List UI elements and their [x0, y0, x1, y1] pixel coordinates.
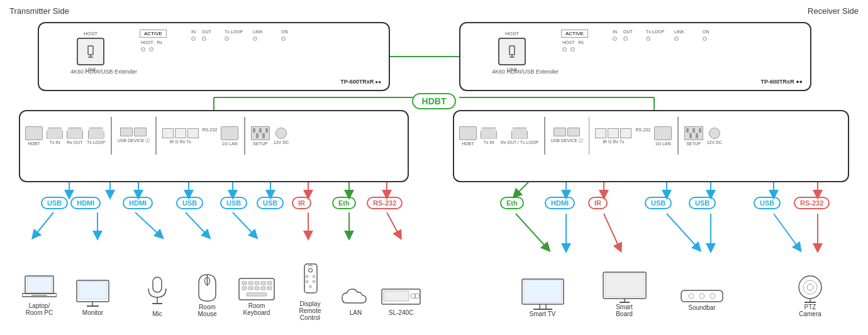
- tx-on-label: ON: [281, 30, 288, 34]
- remote-label: DisplayRemoteControl: [299, 300, 321, 321]
- rx-badge-eth: Eth: [500, 197, 524, 209]
- lan-device: LAN: [335, 284, 376, 316]
- remote-device: DisplayRemoteControl: [285, 263, 335, 321]
- tx-loop-led: [225, 36, 229, 41]
- rx-badge-rs232: RS-232: [794, 197, 830, 209]
- tx-host-usb-port: [77, 38, 104, 65]
- laptop-label: Laptop/Room PC: [26, 302, 53, 316]
- svg-rect-66: [247, 293, 267, 296]
- tx-divider1: [111, 117, 112, 155]
- tx-back-panel: HDBT Tx IN Rx OUT Tx LOOP: [19, 110, 409, 182]
- tx-rs232-label: RS-232: [203, 128, 218, 132]
- rx-usb-badge-2: USB: [689, 197, 716, 209]
- rx-link-led: [674, 36, 679, 41]
- svg-point-73: [309, 285, 311, 288]
- rx-ir-badge: IR: [588, 197, 608, 209]
- tx-link-led: [253, 36, 257, 41]
- soundbar-device: Soundbar: [677, 289, 727, 311]
- rx-lan-port: 1G LAN: [654, 126, 672, 146]
- tx-host-led: [141, 47, 145, 52]
- smart-tv-device: Smart TV: [516, 278, 569, 317]
- keyboard-device: RoomKeyboard: [231, 276, 282, 316]
- svg-rect-65: [267, 287, 272, 290]
- tx-ir-badge: IR: [292, 197, 311, 209]
- rx-ir-port: IR G Rx Tx: [595, 128, 632, 144]
- lan-label: LAN: [350, 309, 362, 316]
- svg-line-28: [516, 182, 528, 195]
- smart-tv-label: Smart TV: [529, 310, 555, 317]
- mouse-device: RoomMouse: [184, 272, 231, 317]
- svg-point-71: [306, 280, 308, 283]
- tx-badge-eth: Eth: [332, 197, 356, 209]
- smart-board-label: SmartBoard: [616, 304, 633, 317]
- rx-usb-badge-1: USB: [645, 197, 672, 209]
- tx-hdbt-port: HDBT: [25, 126, 43, 146]
- rx-in-label: IN: [613, 30, 617, 34]
- tx-badge-ir: IR: [292, 197, 311, 209]
- rx-txin-port: Tx IN: [481, 128, 497, 145]
- rx-on-led: [703, 36, 707, 41]
- rx-badge-usb3: USB: [754, 197, 781, 209]
- tx-in-label: IN: [191, 30, 196, 34]
- tx-on-led: [281, 36, 286, 41]
- svg-line-20: [35, 212, 53, 236]
- sl240c-label: SL-240C: [389, 309, 413, 316]
- rx-rx-label: Rx: [578, 40, 584, 45]
- svg-rect-50: [153, 277, 162, 292]
- tx-usb-badge-3: USB: [220, 197, 247, 209]
- svg-rect-62: [248, 287, 253, 290]
- svg-line-27: [387, 212, 399, 236]
- svg-rect-61: [242, 287, 247, 290]
- tx-host-label: HOST: [84, 31, 97, 36]
- svg-rect-60: [267, 282, 272, 285]
- tx-in-led: [191, 36, 196, 41]
- rx-badge-hdmi: HDMI: [545, 197, 575, 209]
- svg-point-72: [313, 280, 315, 283]
- svg-point-93: [807, 284, 813, 290]
- svg-point-92: [803, 280, 817, 294]
- tx-link-label: LINK: [253, 30, 263, 34]
- rx-divider2: [589, 117, 590, 155]
- laptop-icon: [22, 274, 57, 302]
- rx-host-label2: HOST: [562, 40, 574, 45]
- tx-host-label2: HOST: [141, 40, 153, 45]
- mouse-icon: [196, 272, 218, 304]
- ptz-camera-device: PTZCamera: [785, 273, 835, 317]
- tx-hdmi-badge-1: HDMI: [70, 197, 101, 209]
- tx-setup-port: SETUP: [251, 126, 270, 146]
- mic-icon: [145, 276, 170, 310]
- rx-divider3: [677, 117, 679, 155]
- tx-usb-device-port: USB DEVICE ⓘ: [118, 128, 150, 144]
- rx-rs232-label: RS-232: [635, 128, 650, 132]
- keyboard-icon: [238, 276, 275, 302]
- sl240c-icon: [381, 285, 421, 309]
- svg-point-89: [699, 294, 704, 299]
- rx-usb-device-port: USB DEVICE ⓘ: [551, 128, 583, 144]
- receiver-side-label: Receiver Side: [808, 6, 859, 16]
- soundbar-icon: [680, 289, 724, 304]
- tx-badge-hdmi2: HDMI: [123, 197, 153, 209]
- rx-hdbt-port: HDBT: [459, 126, 477, 146]
- tx-out-label: OUT: [202, 30, 211, 34]
- tx-ir-port: IR G Rx Tx: [162, 128, 199, 144]
- rx-rs232-badge: RS-232: [794, 197, 830, 209]
- svg-point-70: [313, 275, 315, 278]
- svg-rect-79: [524, 280, 562, 302]
- tx-badge-row-1: USB HDMI: [41, 197, 101, 209]
- tx-divider2: [155, 117, 157, 155]
- monitor-icon: [75, 279, 110, 309]
- svg-rect-59: [261, 282, 265, 285]
- laptop-device: Laptop/Room PC: [13, 274, 66, 316]
- rx-in-led: [613, 36, 617, 41]
- tx-usb-badge-4: USB: [257, 197, 284, 209]
- svg-line-22: [135, 212, 160, 236]
- tx-rx-label: Rx: [157, 40, 162, 45]
- tx-front-panel: HOST USB ACTIVE HOST Rx IN OUT: [38, 22, 390, 91]
- svg-rect-47: [79, 282, 107, 299]
- svg-line-24: [233, 212, 255, 236]
- tx-eth-badge: Eth: [332, 197, 356, 209]
- svg-rect-75: [384, 291, 409, 301]
- diagram-container: Transmitter Side Receiver Side HOST USB …: [0, 0, 868, 335]
- ptz-camera-icon: [793, 273, 828, 304]
- svg-rect-0: [88, 46, 93, 55]
